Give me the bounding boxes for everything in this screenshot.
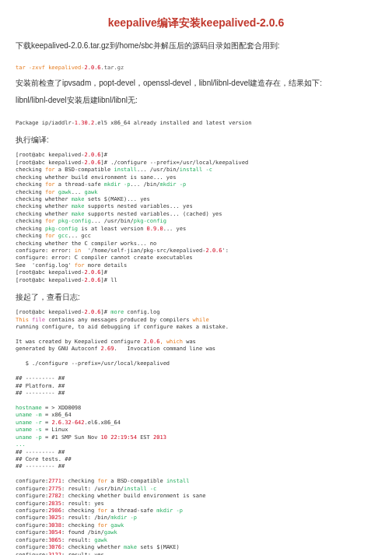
config-log: [root@abc keepalived-2.0.6]# more config… xyxy=(16,309,376,555)
tar-command: tar -zxvf keepalived-2.0.6.tar.gz xyxy=(16,58,376,72)
touch-hint: 接起了，查看日志: xyxy=(16,292,376,303)
iptraddr-line: Package ip/iaddlr-1.30.2.el5 x86_64 alre… xyxy=(16,112,376,127)
configure-output-1: [root@abc keepalived-2.0.6]# [root@abc k… xyxy=(16,152,376,284)
predeps-text: 安装前检查了ipvsadm，popt-devel，openssl-devel，l… xyxy=(16,78,376,89)
exec-procedure: 执行编译: xyxy=(16,135,376,146)
download-text: 下载keepalived-2.0.6.tar.gz到/home/sbc并解压后的… xyxy=(16,40,376,51)
libnl-header: libnl/libnl-devel安装后建libnl/libnl无: xyxy=(16,95,376,106)
page-title: keepalive编译安装keepalived-2.0.6 xyxy=(16,16,376,31)
